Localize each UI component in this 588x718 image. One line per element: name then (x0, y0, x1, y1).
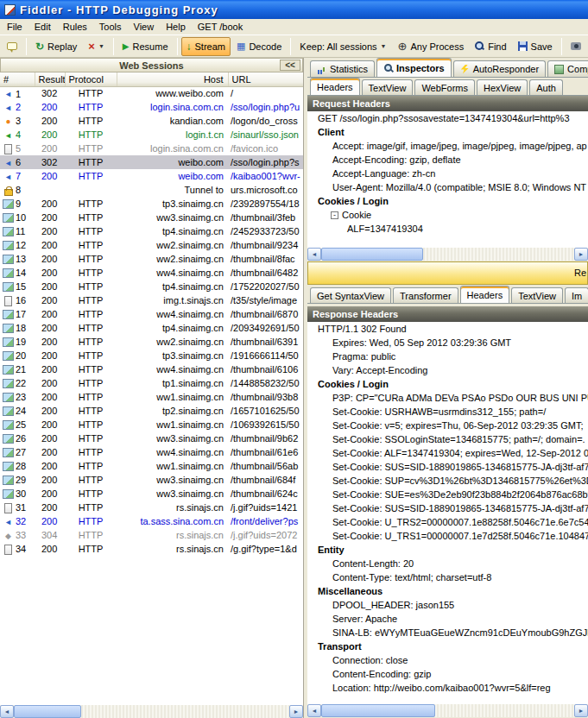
session-row[interactable]: 30200HTTPww3.sinaimg.cn/thumbnail/624c (0, 487, 303, 501)
session-row[interactable]: 29200HTTPww3.sinaimg.cn/thumbnail/684f (0, 473, 303, 487)
request-header-line[interactable]: -Cookie (307, 208, 588, 222)
menu-rules[interactable]: Rules (57, 21, 93, 33)
session-row[interactable]: 25200HTTPww1.sinaimg.cn/1069392615/50 (0, 418, 303, 431)
column-header-result[interactable]: Result (35, 72, 65, 86)
session-row[interactable]: 4200HTTPlogin.t.cn/sinaurl/sso.json (0, 128, 303, 142)
request-tab-webforms[interactable]: WebForms (414, 79, 475, 95)
request-tab-headers[interactable]: Headers (310, 78, 360, 96)
session-row[interactable]: 34200HTTPrs.sinajs.cn/g.gif?type=1&d (0, 542, 303, 556)
session-row[interactable]: 13200HTTPww2.sinaimg.cn/thumbnail/8fac (0, 252, 303, 266)
session-row[interactable]: 18200HTTPtp4.sinaimg.cn/2093492691/50 (0, 321, 303, 335)
resume-button[interactable]: ▶Resume (117, 37, 174, 56)
tab-statistics[interactable]: Statistics (310, 60, 375, 77)
request-tab-hexview[interactable]: HexView (477, 79, 528, 95)
keep-sessions-dropdown[interactable]: Keep: All sessions▼ (294, 37, 391, 56)
remove-sessions-button[interactable]: ×▼ (83, 37, 110, 56)
stream-button[interactable]: ↓Stream (181, 37, 231, 56)
response-header-section: Cookies / Login (307, 377, 588, 391)
session-row[interactable]: 28200HTTPww1.sinaimg.cn/thumbnail/56ab (0, 459, 303, 473)
scroll-right-icon[interactable]: ► (289, 705, 303, 718)
collapse-panel-button[interactable]: << (280, 60, 300, 71)
scroll-thumb[interactable] (321, 248, 423, 261)
session-row[interactable]: 14200HTTPww4.sinaimg.cn/thumbnail/6482 (0, 266, 303, 280)
session-result: 200 (35, 100, 65, 114)
session-row[interactable]: 20200HTTPtp3.sinaimg.cn/1916666114/50 (0, 349, 303, 362)
page-icon (3, 545, 14, 555)
header-text: Set-Cookie: SUS=SID-1889019865-134681577… (332, 503, 588, 513)
session-row[interactable]: 11200HTTPtp4.sinaimg.cn/2452933723/50 (0, 224, 303, 238)
menu-get-book[interactable]: GET /book (192, 21, 249, 33)
request-headers-title: Request Headers (313, 98, 390, 109)
scroll-left-icon[interactable]: ◄ (307, 248, 321, 261)
session-row[interactable]: 15200HTTPtp4.sinaimg.cn/1752202027/50 (0, 280, 303, 293)
session-row[interactable]: 33304HTTPrs.sinajs.cn/j.gif?uids=2072 (0, 528, 303, 542)
session-row[interactable]: 6302HTTPweibo.com/sso/login.php?s (0, 155, 303, 169)
column-header-protocol[interactable]: Protocol (65, 72, 117, 86)
tab-autoresponder[interactable]: AutoResponder (453, 60, 546, 77)
response-tab-im[interactable]: Im (565, 287, 588, 303)
session-row[interactable]: 12200HTTPww2.sinaimg.cn/thumbnail/9234 (0, 238, 303, 252)
scroll-right-icon[interactable]: ► (574, 248, 588, 261)
session-result: 302 (35, 155, 65, 169)
scroll-right-icon[interactable]: ► (574, 704, 588, 717)
save-button[interactable]: Save (513, 37, 558, 56)
session-row[interactable]: 31200HTTPrs.sinajs.cn/j.gif?uids=1421 (0, 501, 303, 514)
session-row[interactable]: 19200HTTPww2.sinaimg.cn/thumbnail/6391 (0, 335, 303, 349)
find-button[interactable]: Find (470, 37, 511, 56)
scroll-thumb[interactable] (14, 705, 81, 718)
request-tab-textview[interactable]: TextView (362, 79, 414, 95)
tab-inspectors[interactable]: Inspectors (376, 58, 452, 78)
session-url: /sinaurl/sso.json (228, 128, 303, 142)
sessions-hscrollbar[interactable]: ◄ ► (0, 704, 303, 718)
session-row[interactable]: 26200HTTPww3.sinaimg.cn/thumbnail/9b62 (0, 431, 303, 445)
scroll-left-icon[interactable]: ◄ (307, 704, 321, 717)
request-hscrollbar[interactable]: ◄ ► (307, 247, 588, 261)
session-row[interactable]: 32200HTTPta.sass.sina.com.cn/front/deliv… (0, 514, 303, 528)
column-header-item[interactable]: # (0, 72, 35, 86)
replay-button[interactable]: ↻Replay (30, 37, 82, 56)
session-row[interactable]: 9200HTTPtp3.sinaimg.cn/2392897554/18 (0, 197, 303, 211)
session-number: 2 (16, 103, 21, 113)
session-row[interactable]: 22200HTTPtp1.sinaimg.cn/1448858232/50 (0, 376, 303, 390)
session-row[interactable]: 3200HTTPkandian.com/logon/do_cross (0, 114, 303, 128)
session-row[interactable]: 24200HTTPtp2.sinaimg.cn/1657101625/50 (0, 404, 303, 418)
decode-button[interactable]: ▦Decode (231, 37, 287, 56)
scroll-left-icon[interactable]: ◄ (0, 705, 14, 718)
session-row[interactable]: 27200HTTPww4.sinaimg.cn/thumbnail/61e6 (0, 445, 303, 459)
session-row[interactable]: 21200HTTPww4.sinaimg.cn/thumbnail/6106 (0, 362, 303, 376)
column-header-url[interactable]: URL (228, 72, 303, 86)
session-row[interactable]: 16200HTTPimg.t.sinajs.cn/t35/style/image (0, 293, 303, 307)
session-row[interactable]: 8Tunnel tours.microsoft.co (0, 183, 303, 197)
session-row[interactable]: 17200HTTPww4.sinaimg.cn/thumbnail/6870 (0, 307, 303, 321)
menu-edit[interactable]: Edit (28, 21, 57, 33)
session-row[interactable]: 7200HTTPweibo.com/kaibao001?wvr- (0, 169, 303, 183)
comment-button[interactable] (2, 37, 22, 56)
response-tab-get-syntaxview[interactable]: Get SyntaxView (310, 287, 391, 303)
scroll-thumb[interactable] (321, 704, 435, 717)
menu-view[interactable]: View (128, 21, 161, 33)
request-tab-auth[interactable]: Auth (529, 79, 563, 95)
screenshot-button[interactable] (566, 37, 586, 56)
session-row[interactable]: 5200HTTPlogin.sina.com.cn/favicon.ico (0, 142, 303, 155)
collapse-expander-icon[interactable]: - (331, 211, 338, 219)
menu-help[interactable]: Help (160, 21, 192, 33)
decode-notice-button[interactable]: Re (307, 261, 588, 285)
response-hscrollbar[interactable]: ◄ ► (307, 703, 588, 717)
session-number: 17 (16, 310, 26, 320)
menu-file[interactable]: File (1, 21, 28, 33)
tab-comp[interactable]: Comp (547, 60, 588, 77)
session-row[interactable]: 10200HTTPww3.sinaimg.cn/thumbnail/3feb (0, 211, 303, 224)
session-result: 200 (35, 169, 65, 183)
menu-tools[interactable]: Tools (93, 21, 128, 33)
session-row[interactable]: 23200HTTPww1.sinaimg.cn/thumbnail/93b8 (0, 390, 303, 404)
scroll-track[interactable] (321, 248, 574, 261)
scroll-track[interactable] (321, 704, 574, 717)
session-row[interactable]: 2200HTTPlogin.sina.com.cn/sso/login.php?… (0, 100, 303, 114)
scroll-track[interactable] (14, 705, 289, 718)
response-tab-textview[interactable]: TextView (511, 287, 563, 303)
response-tab-transformer[interactable]: Transformer (393, 287, 458, 303)
column-header-host[interactable]: Host (117, 72, 228, 86)
session-row[interactable]: 1302HTTPwww.weibo.com/ (0, 86, 303, 100)
any-process-button[interactable]: ⊕Any Process (393, 37, 470, 56)
response-tab-headers[interactable]: Headers (460, 286, 510, 304)
